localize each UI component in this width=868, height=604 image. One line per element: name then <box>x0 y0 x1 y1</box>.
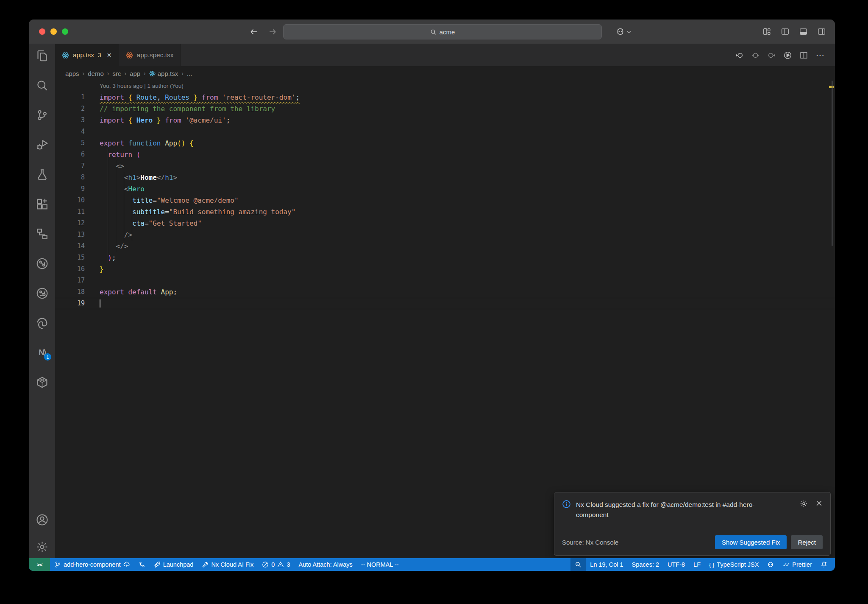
graph-alt-icon <box>36 287 48 299</box>
breadcrumb-item-app.tsx[interactable]: app.tsx <box>149 70 178 77</box>
zoom-window-button[interactable] <box>62 28 68 35</box>
run-icon[interactable] <box>784 51 792 59</box>
nav-current-icon[interactable] <box>751 51 760 59</box>
line-number: 14 <box>55 240 85 252</box>
reject-button[interactable]: Reject <box>791 535 823 549</box>
code-line-6[interactable]: 6 return ( <box>55 149 835 160</box>
code-line-4[interactable]: 4 <box>55 126 835 137</box>
customize-layout-icon[interactable] <box>763 28 771 36</box>
code-line-13[interactable]: 13 /> <box>55 229 835 240</box>
activity-item-account[interactable] <box>29 508 55 531</box>
show-suggested-fix-button[interactable]: Show Suggested Fix <box>715 535 787 549</box>
line-number: 18 <box>55 286 85 298</box>
activity-item-edge-browser[interactable] <box>29 311 55 334</box>
code-line-11[interactable]: 11 subtitle="Build something amazing tod… <box>55 206 835 218</box>
status-encoding[interactable]: UTF-8 <box>663 558 689 571</box>
status-auto-attach[interactable]: Auto Attach: Always <box>294 558 356 571</box>
status-notifications-bell[interactable] <box>816 558 832 571</box>
code-line-15[interactable]: 15 ); <box>55 252 835 263</box>
line-number: 1 <box>55 92 85 103</box>
status-label: Auto Attach: Always <box>298 561 352 568</box>
breadcrumb: apps›demo›src›app›app.tsx›... <box>55 66 835 81</box>
nav-forward-icon[interactable] <box>768 51 776 59</box>
status-branch-indicator[interactable]: add-hero-component <box>50 558 134 571</box>
cloud-upload-icon <box>123 561 130 568</box>
status-zoom-indicator[interactable] <box>570 558 586 571</box>
tab-app.tsx[interactable]: app.tsx3✕ <box>55 44 119 66</box>
status-cursor-position[interactable]: Ln 19, Col 1 <box>586 558 627 571</box>
activity-item-graph[interactable] <box>29 252 55 275</box>
code-line-18[interactable]: 18export default App; <box>55 286 835 298</box>
line-content: export function App() { <box>85 137 194 149</box>
breadcrumb-item-...[interactable]: ... <box>187 70 192 77</box>
tab-close-icon[interactable]: ✕ <box>107 52 112 59</box>
activity-item-extensions[interactable] <box>29 193 55 215</box>
activity-item-nx-console[interactable]: N〉1 <box>29 341 55 364</box>
close-window-button[interactable] <box>39 28 45 35</box>
activity-item-search[interactable] <box>29 74 55 97</box>
activity-item-source-control[interactable] <box>29 103 55 126</box>
activity-item-explorer[interactable] <box>29 44 55 67</box>
line-number: 3 <box>55 115 85 126</box>
status-copilot[interactable] <box>763 558 778 571</box>
status-label: 0 <box>271 561 275 568</box>
breadcrumb-item-app[interactable]: app <box>130 70 140 77</box>
code-line-16[interactable]: 16} <box>55 263 835 275</box>
activity-item-hierarchy[interactable] <box>29 222 55 245</box>
breadcrumb-item-apps[interactable]: apps <box>65 70 79 77</box>
status-language-mode[interactable]: { }TypeScript JSX <box>705 558 763 571</box>
code-line-1[interactable]: 1import { Route, Routes } from 'react-ro… <box>55 92 835 103</box>
notification-close-icon[interactable] <box>815 500 823 507</box>
code-line-3[interactable]: 3import { Hero } from '@acme/ui'; <box>55 115 835 126</box>
code-line-7[interactable]: 7 <> <box>55 160 835 172</box>
code-line-19[interactable]: 19 <box>55 298 835 309</box>
nav-back-icon[interactable] <box>735 51 743 59</box>
react-icon <box>126 52 133 59</box>
toggle-primary-sidebar-icon[interactable] <box>781 28 789 36</box>
status-problems[interactable]: 03 <box>258 558 294 571</box>
line-number: 7 <box>55 160 85 172</box>
command-center-search[interactable]: acme <box>283 24 602 39</box>
activity-item-run-debug[interactable] <box>29 133 55 156</box>
rocket-icon <box>154 561 161 568</box>
copilot-menu[interactable] <box>616 27 632 36</box>
status-vim-mode[interactable]: -- NORMAL -- <box>357 558 403 571</box>
status-launchpad[interactable]: Launchpad <box>150 558 198 571</box>
edge-browser-icon <box>36 317 48 329</box>
forward-arrow-icon[interactable] <box>268 27 277 36</box>
code-line-9[interactable]: 9 <Hero <box>55 183 835 195</box>
nx-badge: 1 <box>44 353 51 361</box>
activity-item-package[interactable] <box>29 371 55 394</box>
code-editor[interactable]: You, 3 hours ago | 1 author (You) 1impor… <box>55 81 835 558</box>
copilot-icon <box>616 27 625 36</box>
code-line-10[interactable]: 10 title="Welcmoe @acme/demo" <box>55 195 835 206</box>
status-indentation[interactable]: Spaces: 2 <box>628 558 664 571</box>
back-arrow-icon[interactable] <box>249 27 259 36</box>
split-editor-icon[interactable] <box>800 51 808 59</box>
breadcrumb-item-src[interactable]: src <box>112 70 121 77</box>
code-line-17[interactable]: 17 <box>55 275 835 286</box>
more-actions-icon[interactable]: ⋯ <box>816 50 825 60</box>
indent-guide <box>132 195 132 240</box>
code-line-2[interactable]: 2// importing the component from the lib… <box>55 103 835 115</box>
status-formatter[interactable]: ✓✓Prettier <box>778 558 816 571</box>
notification-settings-gear-icon[interactable] <box>800 500 808 508</box>
code-line-5[interactable]: 5export function App() { <box>55 137 835 149</box>
code-line-8[interactable]: 8 <h1>Home</h1> <box>55 172 835 183</box>
activity-item-graph-alt[interactable] <box>29 282 55 305</box>
tab-app.spec.tsx[interactable]: app.spec.tsx <box>119 44 181 66</box>
code-line-14[interactable]: 14 </> <box>55 240 835 252</box>
minimize-window-button[interactable] <box>50 28 57 35</box>
status-nx-cloud-ai-fix[interactable]: Nx Cloud AI Fix <box>198 558 258 571</box>
remote-indicator[interactable]: >< <box>29 558 50 571</box>
status-bar: >< add-hero-componentLaunchpadNx Cloud A… <box>29 558 835 571</box>
breadcrumb-item-demo[interactable]: demo <box>88 70 104 77</box>
code-line-12[interactable]: 12 cta="Get Started" <box>55 218 835 229</box>
toggle-secondary-sidebar-icon[interactable] <box>818 28 826 36</box>
activity-item-testing[interactable] <box>29 163 55 186</box>
activity-item-settings[interactable] <box>29 535 55 558</box>
status-git-graph[interactable] <box>134 558 150 571</box>
toggle-panel-icon[interactable] <box>799 28 807 36</box>
status-eol[interactable]: LF <box>689 558 705 571</box>
editor-scrollbar[interactable] <box>832 81 833 246</box>
